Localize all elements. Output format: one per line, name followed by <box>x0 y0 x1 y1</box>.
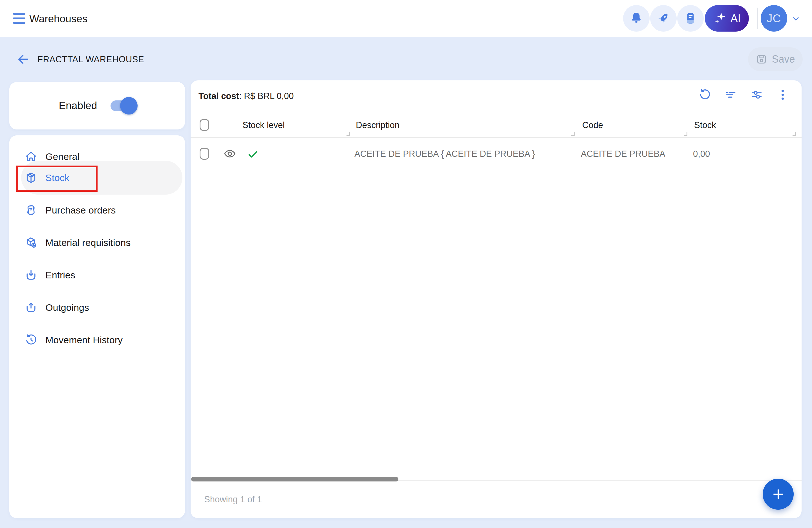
user-avatar[interactable]: JC <box>761 5 787 32</box>
docs-button[interactable] <box>677 5 704 32</box>
sidebar-menu: General Stock Purchas <box>9 135 185 518</box>
save-button[interactable]: Save <box>748 47 803 71</box>
sidebar-item-movement-history[interactable]: Movement History <box>25 331 180 349</box>
column-header-stock[interactable]: Stock <box>694 120 716 130</box>
movement-history-icon <box>25 333 38 346</box>
table-toolbar <box>698 88 789 101</box>
notifications-button[interactable] <box>623 5 650 32</box>
sidebar-item-label: General <box>45 151 79 162</box>
horizontal-scrollbar-thumb[interactable] <box>191 477 398 482</box>
warehouse-title: FRACTTAL WAREHOUSE <box>38 54 144 65</box>
sidebar-item-label: Entries <box>45 270 75 281</box>
eye-icon[interactable] <box>223 147 236 160</box>
save-button-label: Save <box>772 53 795 65</box>
hamburger-menu-icon[interactable] <box>12 11 27 25</box>
column-resize-handle[interactable] <box>793 132 796 136</box>
sidebar-item-label: Movement History <box>45 334 122 345</box>
chevron-down-icon[interactable] <box>791 14 801 24</box>
row-description: ACEITE DE PRUEBA { ACEITE DE PRUEBA } <box>354 149 535 159</box>
topbar-divider <box>757 8 758 29</box>
whats-new-button[interactable] <box>650 5 677 32</box>
plus-icon <box>771 487 785 501</box>
sidebar-item-purchase-orders[interactable]: Purchase orders <box>25 201 180 219</box>
filter-icon[interactable] <box>724 88 737 101</box>
enabled-label: Enabled <box>59 100 97 112</box>
toggle-knob <box>120 97 137 115</box>
row-checkbox[interactable] <box>200 148 209 160</box>
red-highlight-annotation <box>16 166 98 192</box>
table-header: Stock level Description Code Stock <box>191 113 801 138</box>
save-icon <box>756 53 767 65</box>
rocket-icon <box>656 11 671 26</box>
material-requisitions-icon <box>25 236 38 249</box>
sidebar-item-general[interactable]: General <box>25 147 180 166</box>
warehouses-page: Warehouses <box>0 0 812 528</box>
avatar-initials: JC <box>767 12 781 25</box>
sliders-icon[interactable] <box>750 88 763 101</box>
back-button[interactable] <box>16 53 30 66</box>
outgoings-icon <box>25 301 38 314</box>
sidebar-item-label: Outgoings <box>45 302 89 313</box>
sidebar-item-entries[interactable]: Entries <box>25 266 180 284</box>
kebab-menu-icon[interactable] <box>776 88 789 101</box>
document-icon <box>683 11 698 26</box>
purchase-orders-icon <box>25 204 38 217</box>
ai-button-label: AI <box>730 12 741 25</box>
bell-icon <box>629 11 644 26</box>
entries-icon <box>25 269 38 282</box>
topbar: Warehouses <box>0 0 812 37</box>
sidebar-item-material-requisitions[interactable]: Material requisitions <box>25 233 180 252</box>
sidebar-item-label: Material requisitions <box>45 237 131 248</box>
column-header-description[interactable]: Description <box>356 120 400 130</box>
home-icon <box>25 150 38 163</box>
column-resize-handle[interactable] <box>347 132 350 136</box>
sidebar-item-label: Purchase orders <box>45 205 116 216</box>
total-cost: Total cost: R$ BRL 0,00 <box>199 91 294 101</box>
total-cost-value: : R$ BRL 0,00 <box>239 91 294 101</box>
add-item-fab[interactable] <box>763 479 794 510</box>
green-check-icon <box>247 148 259 160</box>
stock-panel: Total cost: R$ BRL 0,00 <box>191 81 801 518</box>
table-row[interactable]: ACEITE DE PRUEBA { ACEITE DE PRUEBA } AC… <box>191 138 801 169</box>
sparkle-icon <box>713 11 728 26</box>
enabled-card: Enabled <box>9 82 185 129</box>
row-stock: 0,00 <box>693 149 710 159</box>
total-cost-label: Total cost <box>199 91 239 101</box>
page-title: Warehouses <box>29 13 87 25</box>
refresh-icon[interactable] <box>698 88 711 101</box>
sidebar-item-outgoings[interactable]: Outgoings <box>25 298 180 316</box>
column-resize-handle[interactable] <box>684 132 687 136</box>
column-header-code[interactable]: Code <box>582 120 603 130</box>
select-all-checkbox[interactable] <box>200 119 209 131</box>
enabled-toggle[interactable] <box>111 100 135 111</box>
ai-assistant-button[interactable]: AI <box>705 5 749 32</box>
column-header-stock-level[interactable]: Stock level <box>243 120 285 130</box>
row-code: ACEITE DE PRUEBA <box>581 149 665 159</box>
column-resize-handle[interactable] <box>571 132 575 136</box>
pagination-status: Showing 1 of 1 <box>204 495 262 504</box>
